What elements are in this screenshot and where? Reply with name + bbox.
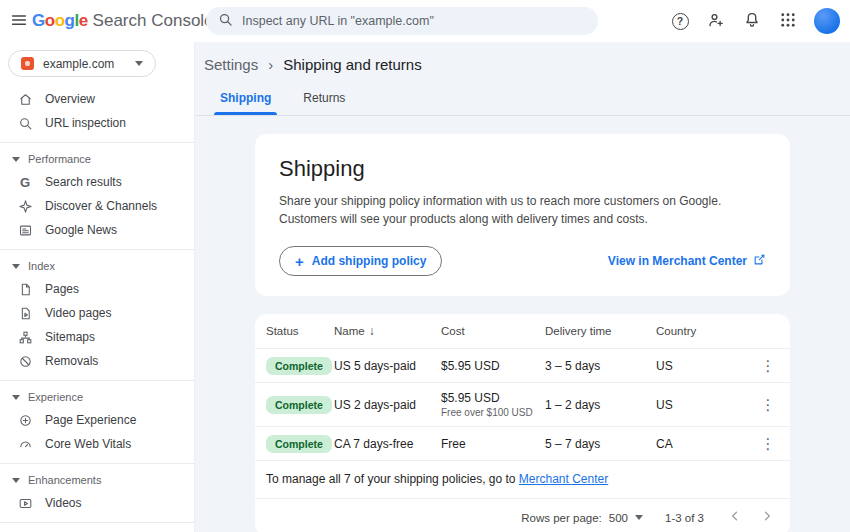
cards-column: Shipping Share your shipping policy info… <box>255 116 790 532</box>
topbar-right: ? <box>666 7 840 35</box>
shipping-description: Share your shipping policy information w… <box>279 192 766 228</box>
tab-bar: Shipping Returns <box>195 83 850 116</box>
notifications-button[interactable] <box>738 7 766 35</box>
sidebar-item-label: Search results <box>45 175 122 189</box>
policy-country: US <box>656 359 756 373</box>
sidebar-section-experience: Experience Page Experience Core Web Vita… <box>0 380 194 456</box>
sort-descending-icon: ↓ <box>369 324 375 338</box>
magnifier-icon <box>17 115 33 131</box>
column-header-name[interactable]: Name ↓ <box>334 324 441 338</box>
breadcrumb-separator-icon: › <box>268 56 273 73</box>
sidebar-item-videos[interactable]: Videos <box>0 491 194 515</box>
rows-per-page-control[interactable]: Rows per page: 500 <box>521 512 643 524</box>
apps-grid-button[interactable] <box>774 7 802 35</box>
sidebar-item-page-experience[interactable]: Page Experience <box>0 408 194 432</box>
property-selector[interactable]: example.com <box>8 50 156 77</box>
chevron-down-icon <box>12 157 20 162</box>
property-label: example.com <box>43 57 114 71</box>
hamburger-menu-button[interactable] <box>10 7 28 35</box>
column-header-country[interactable]: Country <box>656 325 756 337</box>
table-row[interactable]: Complete US 5 days-paid $5.95 USD 3 – 5 … <box>255 348 790 382</box>
section-title: Experience <box>28 391 83 403</box>
section-header-enhancements[interactable]: Enhancements <box>0 469 194 491</box>
column-header-delivery-time[interactable]: Delivery time <box>545 325 656 337</box>
help-button[interactable]: ? <box>666 7 694 35</box>
sidebar-section-enhancements: Enhancements Videos <box>0 463 194 515</box>
app-root: Google Search Console ? <box>0 0 850 532</box>
sidebar-item-video-pages[interactable]: Video pages <box>0 301 194 325</box>
chevron-left-icon <box>728 509 742 526</box>
status-badge: Complete <box>266 357 332 375</box>
breadcrumb: Settings › Shipping and returns <box>195 50 850 83</box>
pagination-range: 1-3 of 3 <box>665 512 704 524</box>
section-header-security-manual-actions[interactable]: Security & Manual Actions <box>0 528 194 532</box>
policy-cost: $5.95 USD <box>441 359 545 373</box>
status-badge: Complete <box>266 435 332 453</box>
row-overflow-menu-icon[interactable]: ⋮ <box>757 434 780 453</box>
rows-per-page-value: 500 <box>609 512 628 524</box>
account-avatar[interactable] <box>814 8 840 34</box>
pagination-controls <box>726 507 776 528</box>
google-search-console-logo[interactable]: Google Search Console <box>32 11 214 31</box>
user-settings-icon <box>707 11 725 32</box>
sidebar-item-label: Videos <box>45 496 81 510</box>
sidebar-item-removals[interactable]: Removals <box>0 349 194 373</box>
description-line-2: Customers will see your products along w… <box>279 210 766 228</box>
chevron-down-icon <box>12 478 20 483</box>
discover-sparkle-icon <box>17 198 33 214</box>
sidebar-item-label: Pages <box>45 282 79 296</box>
sidebar-item-url-inspection[interactable]: URL inspection <box>0 111 194 135</box>
sidebar-item-pages[interactable]: Pages <box>0 277 194 301</box>
section-header-performance[interactable]: Performance <box>0 148 194 170</box>
sidebar-item-label: Core Web Vitals <box>45 437 131 451</box>
shipping-intro-card: Shipping Share your shipping policy info… <box>255 134 790 296</box>
sidebar-item-search-results[interactable]: G Search results <box>0 170 194 194</box>
next-page-button[interactable] <box>758 507 776 528</box>
url-inspect-input[interactable] <box>242 14 586 28</box>
sidebar-item-label: Page Experience <box>45 413 136 427</box>
policy-delivery: 3 – 5 days <box>545 359 656 373</box>
sidebar-item-core-web-vitals[interactable]: Core Web Vitals <box>0 432 194 456</box>
policy-country: US <box>656 398 756 412</box>
sidebar-item-google-news[interactable]: Google News <box>0 218 194 242</box>
add-shipping-policy-button[interactable]: + Add shipping policy <box>279 246 442 276</box>
sidebar-item-sitemaps[interactable]: Sitemaps <box>0 325 194 349</box>
policy-delivery: 5 – 7 days <box>545 437 656 451</box>
sidebar-section-security: Security & Manual Actions <box>0 522 194 532</box>
section-header-index[interactable]: Index <box>0 255 194 277</box>
sidebar-item-discover-channels[interactable]: Discover & Channels <box>0 194 194 218</box>
row-overflow-menu-icon[interactable]: ⋮ <box>757 356 780 375</box>
rows-per-page-label: Rows per page: <box>521 512 602 524</box>
page-title: Shipping <box>279 156 766 182</box>
table-row[interactable]: Complete CA 7 days-free Free 5 – 7 days … <box>255 426 790 460</box>
policy-cost: $5.95 USD Free over $100 USD <box>441 391 545 418</box>
tab-returns[interactable]: Returns <box>287 83 361 115</box>
help-icon: ? <box>672 13 689 30</box>
breadcrumb-current: Shipping and returns <box>283 56 421 73</box>
policy-name: CA 7 days-free <box>334 437 441 451</box>
user-settings-button[interactable] <box>702 7 730 35</box>
plus-icon: + <box>295 254 304 269</box>
row-overflow-menu-icon[interactable]: ⋮ <box>757 395 780 414</box>
url-inspect-searchbar[interactable] <box>206 7 598 35</box>
view-in-merchant-center-link[interactable]: View in Merchant Center <box>608 253 766 269</box>
policy-name: US 5 days-paid <box>334 359 441 373</box>
policy-country: CA <box>656 437 756 451</box>
breadcrumb-settings-link[interactable]: Settings <box>204 56 258 73</box>
chevron-down-icon <box>135 61 143 66</box>
table-header-row: Status Name ↓ Cost Delivery time Country <box>255 314 790 348</box>
footer-note-text: To manage all 7 of your shipping policie… <box>266 472 519 486</box>
sidebar-item-overview[interactable]: Overview <box>0 87 194 111</box>
shipping-policies-table-card: Status Name ↓ Cost Delivery time Country… <box>255 314 790 532</box>
section-title: Index <box>28 260 55 272</box>
previous-page-button[interactable] <box>726 507 744 528</box>
column-header-cost[interactable]: Cost <box>441 325 545 337</box>
table-row[interactable]: Complete US 2 days-paid $5.95 USD Free o… <box>255 382 790 426</box>
chevron-down-icon <box>12 264 20 269</box>
tab-shipping[interactable]: Shipping <box>204 83 287 115</box>
section-header-experience[interactable]: Experience <box>0 386 194 408</box>
column-header-status[interactable]: Status <box>266 325 334 337</box>
merchant-center-footer-link[interactable]: Merchant Center <box>519 472 608 486</box>
logo-suffix: Search Console <box>93 11 214 31</box>
sidebar-section-performance: Performance G Search results Discover & … <box>0 142 194 242</box>
